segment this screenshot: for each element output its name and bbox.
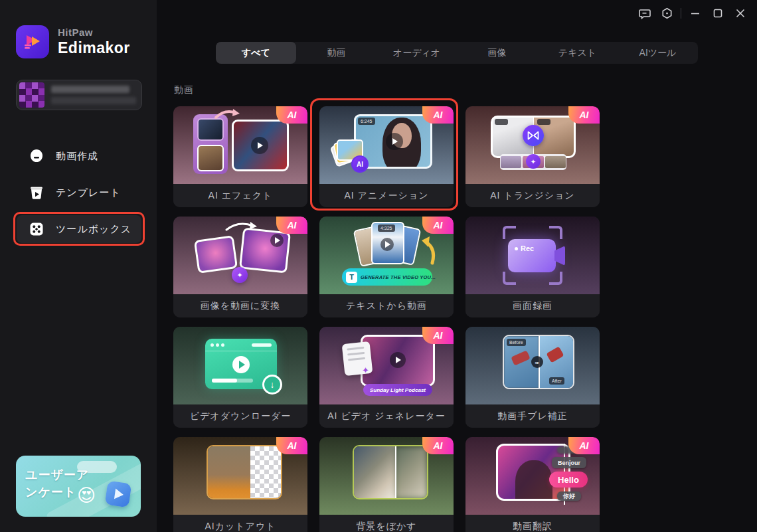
ai-badge: AI bbox=[276, 437, 307, 454]
after-chip: After bbox=[549, 377, 564, 385]
prompt-text: GENERATE THE VIDEO YOU... bbox=[361, 274, 436, 280]
tool-card-stabilization[interactable]: Before After ◂▸ 動画手ブレ補正 bbox=[465, 327, 600, 428]
tool-card-title: 画面録画 bbox=[465, 294, 600, 317]
tool-card-ai-video-generator[interactable]: AI Sunday Light Podcast ✦ AI ビデオ ジェネレーター bbox=[319, 327, 454, 428]
account-blurred-text bbox=[51, 86, 139, 104]
blurred-half bbox=[395, 446, 427, 498]
arrow-icon bbox=[224, 219, 258, 232]
tab-image[interactable]: 画像 bbox=[457, 42, 537, 64]
tool-card-ai-transition[interactable]: AI ✦ AI トランジション bbox=[465, 106, 600, 207]
user-account-box[interactable] bbox=[16, 80, 142, 110]
duration-chip: 4:325 bbox=[378, 224, 395, 232]
sidebar-item-label: 動画作成 bbox=[56, 150, 98, 163]
app-logo: HitPaw Edimakor bbox=[16, 25, 130, 58]
tool-card-title: ビデオダウンローダー bbox=[173, 404, 307, 428]
tool-card-title: AI エフェクト bbox=[173, 184, 307, 207]
arrow-icon bbox=[214, 108, 241, 120]
portrait-half bbox=[354, 446, 395, 498]
prompt-bar: T GENERATE THE VIDEO YOU... bbox=[342, 268, 432, 286]
compare-slider-icon: ◂▸ bbox=[531, 356, 543, 368]
play-icon bbox=[232, 356, 250, 373]
tab-video[interactable]: 動画 bbox=[296, 42, 377, 64]
create-video-icon bbox=[28, 147, 45, 165]
sparkle-icon: ✦ bbox=[232, 267, 248, 283]
text-tool-icon: T bbox=[346, 272, 357, 283]
sparkle-icon: ✦ bbox=[362, 365, 369, 375]
language-chip-active: Hello bbox=[549, 472, 588, 488]
capture-bracket bbox=[549, 272, 562, 285]
user-survey-banner[interactable]: ユーザーア ンケート 😍 bbox=[16, 456, 141, 517]
tool-card-blur-background[interactable]: AI 背景をぼかす bbox=[319, 437, 454, 532]
feedback-icon[interactable] bbox=[633, 5, 655, 22]
ai-badge: AI bbox=[276, 106, 307, 124]
play-icon bbox=[251, 137, 268, 154]
minimize-icon[interactable] bbox=[684, 5, 707, 22]
capture-bracket bbox=[549, 226, 562, 239]
tool-card-image-to-video[interactable]: AI ✦ 画像を動画に変換 bbox=[173, 217, 307, 317]
titlebar-divider bbox=[681, 8, 681, 19]
tab-text[interactable]: テキスト bbox=[537, 42, 618, 64]
capture-bracket bbox=[503, 226, 516, 239]
cutout-tile bbox=[207, 445, 282, 499]
streamer-figure bbox=[515, 460, 552, 501]
tab-ai-tools[interactable]: AIツール bbox=[618, 42, 698, 64]
duration-chip: 6:245 bbox=[358, 118, 375, 125]
info-hexagon-icon[interactable] bbox=[655, 5, 678, 22]
sidebar-item-label: テンプレート bbox=[56, 187, 121, 199]
download-icon: ↓ bbox=[262, 375, 282, 395]
sparkle-icon: ✦ bbox=[526, 154, 541, 169]
close-icon[interactable] bbox=[729, 5, 752, 22]
tool-card-ai-animation[interactable]: AI 6:245 AI AI アニメーション bbox=[319, 106, 454, 207]
tab-all[interactable]: すべて bbox=[216, 42, 296, 64]
camcorder-lens bbox=[554, 246, 565, 266]
language-chip: Benjour bbox=[552, 457, 586, 468]
progress-bar bbox=[212, 379, 253, 383]
ai-badge: AI bbox=[422, 217, 454, 234]
tool-card-ai-cutout[interactable]: AI AIカットアウト bbox=[173, 437, 307, 532]
ai-badge: AI bbox=[422, 106, 454, 124]
tool-card-video-downloader[interactable]: ↓ ビデオダウンローダー bbox=[173, 327, 307, 428]
camcorder-icon: Rec bbox=[508, 239, 556, 272]
tool-card-title: AI アニメーション bbox=[319, 184, 454, 207]
tool-card-text-to-video[interactable]: AI 4:325 T GENERATE THE VIDEO YOU... テキス… bbox=[319, 217, 454, 317]
tool-card-video-translate[interactable]: AI Benjour Hello 你好 動画翻訳 bbox=[465, 437, 600, 532]
photo-tile bbox=[194, 235, 238, 274]
toolbox-icon bbox=[28, 221, 45, 238]
tool-card-title: AI トランジション bbox=[465, 184, 600, 207]
portrait-half bbox=[208, 446, 250, 498]
sidebar-item-toolbox[interactable]: ツールボックス bbox=[16, 215, 142, 244]
tool-card-title: 背景をぼかす bbox=[319, 515, 454, 532]
transition-icon bbox=[523, 125, 544, 146]
blur-tile bbox=[353, 445, 428, 499]
tool-card-screen-record[interactable]: Rec 画面録画 bbox=[465, 217, 600, 317]
sidebar-item-create-video[interactable]: 動画作成 bbox=[16, 141, 142, 171]
ai-badge: AI bbox=[422, 327, 454, 344]
podcast-caption: Sunday Light Podcast bbox=[363, 384, 432, 396]
sidebar: HitPaw Edimakor 動画作成 テンプレート ツールボックス ユ bbox=[0, 0, 157, 532]
play-icon bbox=[386, 133, 403, 150]
category-tabbar: すべて 動画 オーディオ 画像 テキスト AIツール bbox=[216, 42, 698, 64]
ai-badge: AI bbox=[568, 106, 600, 124]
section-title-video: 動画 bbox=[174, 84, 194, 96]
sidebar-item-template[interactable]: テンプレート bbox=[16, 178, 142, 207]
template-icon bbox=[28, 184, 45, 201]
avatar bbox=[19, 82, 44, 108]
language-chip: 你好 bbox=[557, 491, 581, 501]
play-3d-icon bbox=[105, 481, 132, 508]
transparency-checker bbox=[250, 446, 281, 498]
tool-card-ai-effect[interactable]: AI AI エフェクト bbox=[173, 106, 307, 207]
play-icon bbox=[390, 352, 406, 368]
maximize-icon[interactable] bbox=[707, 5, 729, 22]
ai-badge: AI bbox=[422, 437, 454, 454]
titlebar-controls bbox=[633, 4, 752, 23]
blurred-chip bbox=[537, 119, 550, 125]
before-chip: Before bbox=[507, 339, 526, 346]
ai-circle-badge: AI bbox=[351, 155, 369, 173]
rec-label: Rec bbox=[515, 244, 534, 252]
capture-bracket bbox=[503, 272, 516, 285]
brand-product: Edimakor bbox=[58, 39, 130, 57]
tool-card-title: 動画手ブレ補正 bbox=[465, 404, 600, 428]
tab-audio[interactable]: オーディオ bbox=[377, 42, 457, 64]
play-icon bbox=[270, 234, 284, 247]
browser-window-icon: ↓ bbox=[205, 339, 277, 389]
